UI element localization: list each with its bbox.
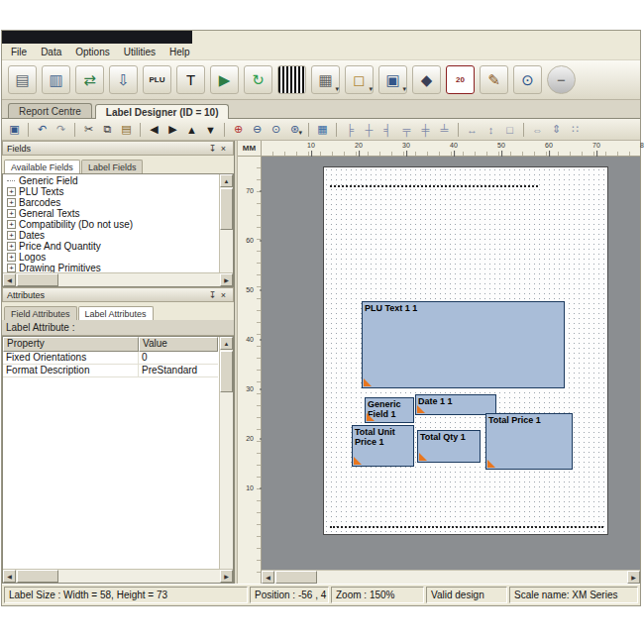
menu-item-utilities[interactable]: Utilities [117,46,162,58]
print-setup-icon[interactable]: ▤ [8,65,37,94]
tree-item-generic-field[interactable]: Generic Field [4,175,218,186]
tree-horizontal-scrollbar-decrement-button[interactable]: ◀ [3,273,16,286]
canvas-horizontal-scrollbar-track[interactable] [274,571,627,584]
message-icon-dropdown[interactable]: ▾ [369,85,373,93]
tree-vertical-scrollbar-decrement-button[interactable]: ▲ [220,174,233,187]
tab-report-centre[interactable]: Report Centre [8,103,92,118]
save-icon[interactable]: ▣ [6,121,23,138]
minus-icon[interactable]: − [547,65,576,94]
zoom-in-icon[interactable]: ⊕ [230,121,247,138]
field-box-total-unit-price[interactable]: Total Unit Price 1 [352,425,414,467]
attributes-horizontal-scrollbar-decrement-button[interactable]: ◀ [3,570,16,583]
notes-icon[interactable]: ✎ [480,65,508,94]
field-box-plu-text[interactable]: PLU Text 1 1 [362,301,565,388]
tree-item-plu-texts[interactable]: +PLU Texts [4,186,218,197]
canvas-horizontal-scrollbar-thumb[interactable] [275,571,317,584]
paste-icon[interactable]: ▤ [118,121,135,138]
cell-value[interactable]: 0 [139,352,151,364]
media-icon[interactable]: ▶ [210,65,239,94]
tree-vertical-scrollbar-track[interactable] [220,187,233,273]
move-up-icon[interactable]: ▲ [183,121,200,138]
shield-icon[interactable]: ◆ [412,65,441,94]
tree-horizontal-scrollbar-increment-button[interactable]: ▶ [220,273,233,286]
keyboard-icon-dropdown[interactable]: ▾ [335,85,339,93]
align-tops-icon[interactable]: ╤ [398,121,415,138]
display-icon[interactable]: ▣▾ [378,65,407,94]
align-middles-icon[interactable]: ╪ [417,121,434,138]
close-icon[interactable]: × [218,290,229,300]
text-editor-icon[interactable]: T [176,65,205,94]
grid-header-value[interactable]: Value [139,337,218,352]
tab-label-fields[interactable]: Label Fields [81,160,144,173]
label-design-surface[interactable]: PLU Text 1 1Generic Field 1Date 1 1Total… [323,166,608,535]
zoom-out-icon[interactable]: ⊖ [249,121,266,138]
zoom-select-icon-dropdown[interactable]: ▾ [298,129,302,137]
design-canvas[interactable]: PLU Text 1 1Generic Field 1Date 1 1Total… [262,157,640,584]
attributes-horizontal-scrollbar-track[interactable] [16,570,220,583]
pin-icon[interactable]: ↧ [207,144,218,154]
tab-label-designer-id-10[interactable]: Label Designer (ID = 10) [95,104,230,119]
field-box-total-price[interactable]: Total Price 1 [485,413,573,470]
tree-horizontal-scrollbar-track[interactable] [16,273,220,286]
move-left-icon[interactable]: ◀ [146,121,162,138]
canvas-horizontal-scrollbar-decrement-button[interactable]: ◀ [262,571,274,584]
tree-vertical-scrollbar[interactable]: ▲▼ [219,174,233,286]
menu-item-data[interactable]: Data [34,46,68,58]
tree-item-dates[interactable]: +Dates [4,230,218,241]
cell-value[interactable]: PreStandard [139,365,200,376]
align-centers-icon[interactable]: ┼ [361,121,377,138]
attributes-vertical-scrollbar-track[interactable] [220,350,233,570]
expander-icon[interactable]: + [7,198,16,207]
canvas-horizontal-scrollbar-increment-button[interactable]: ▶ [627,571,640,584]
show-grid-icon[interactable]: ▦ [314,121,331,138]
attributes-vertical-scrollbar[interactable]: ▲▼ [219,337,233,583]
clock-icon[interactable]: ⊙ [513,65,542,94]
expander-icon[interactable]: + [7,220,16,229]
display-icon-dropdown[interactable]: ▾ [402,85,406,93]
align-rights-icon[interactable]: ╡ [379,121,396,138]
tree-horizontal-scrollbar[interactable]: ◀▶ [3,272,233,286]
zoom-fit-icon[interactable]: ⊙ [268,121,284,138]
tree-item-logos[interactable]: +Logos [4,252,218,263]
attributes-vertical-scrollbar-decrement-button[interactable]: ▲ [220,337,233,350]
canvas-horizontal-scrollbar[interactable]: ◀▶ [262,570,640,584]
copy-icon[interactable]: ⧉ [99,121,116,138]
tree-item-general-texts[interactable]: +General Texts [4,208,218,219]
attributes-vertical-scrollbar-thumb[interactable] [220,351,233,392]
transfer-icon[interactable]: ⇄ [75,65,104,94]
field-box-date[interactable]: Date 1 1 [415,394,496,415]
move-down-icon[interactable]: ▼ [202,121,219,138]
download-icon[interactable]: ⇩ [109,65,138,94]
redo-icon[interactable]: ↷ [53,121,69,138]
expander-icon[interactable]: + [7,231,16,240]
move-right-icon[interactable]: ▶ [164,121,181,138]
tree-item-compatibility-do-not-use[interactable]: +Compatibility (Do not use) [4,219,218,230]
barcode-icon[interactable] [277,65,306,94]
keyboard-icon[interactable]: ▦▾ [311,65,340,94]
space-horizontal-icon[interactable]: ⇔ [529,121,546,138]
message-icon[interactable]: ◻▾ [345,65,374,94]
menu-item-file[interactable]: File [4,46,34,58]
same-width-icon[interactable]: ↔ [464,121,481,138]
expander-icon[interactable]: + [7,242,16,251]
table-row[interactable]: Format DescriptionPreStandard [3,365,218,377]
expander-icon[interactable]: + [7,253,16,262]
tab-available-fields[interactable]: Available Fields [4,160,80,173]
grid-header-property[interactable]: Property [3,337,139,352]
attributes-horizontal-scrollbar-increment-button[interactable]: ▶ [220,570,233,583]
tree-vertical-scrollbar-thumb[interactable] [220,188,233,230]
expander-icon[interactable]: + [7,264,16,272]
menu-item-help[interactable]: Help [162,46,197,58]
window-titlebar[interactable] [2,31,192,44]
expander-icon[interactable]: + [7,187,16,196]
field-box-total-qty[interactable]: Total Qty 1 [417,430,481,463]
space-vertical-icon[interactable]: ⇕ [548,121,565,138]
tree-item-price-and-quantity[interactable]: +Price And Quantity [4,241,218,252]
align-bottoms-icon[interactable]: ╧ [436,121,453,138]
tree-horizontal-scrollbar-thumb[interactable] [17,273,58,286]
tree-item-barcodes[interactable]: +Barcodes [4,197,218,208]
field-box-generic-field[interactable]: Generic Field 1 [365,397,414,423]
refresh-icon[interactable]: ↻ [244,65,272,94]
same-size-icon[interactable]: □ [501,121,518,138]
tab-field-attributes[interactable]: Field Attributes [4,306,77,320]
